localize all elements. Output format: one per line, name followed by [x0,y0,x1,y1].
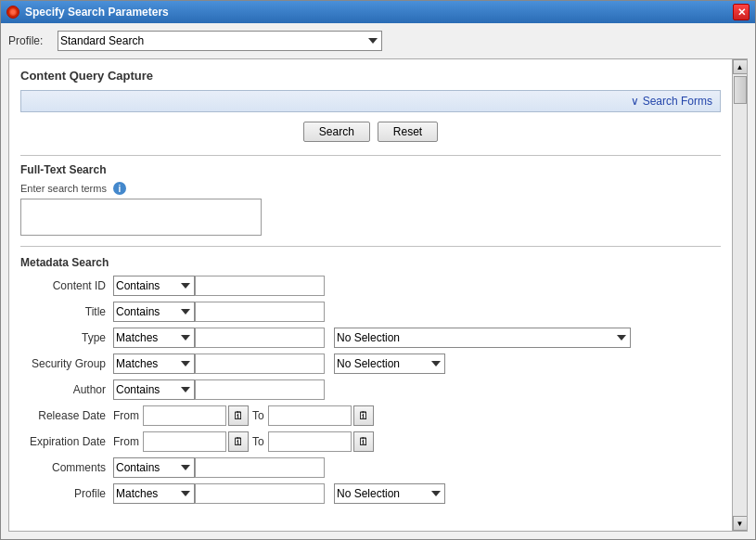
content-id-input[interactable] [195,276,325,296]
scrollbar-down[interactable]: ▼ [733,516,748,531]
meta-row-release-date: Release Date From 🗓 To 🗓 [20,405,721,427]
expiration-date-from-label: From [113,435,139,448]
window-body: Profile: Standard Search Advanced Search… [1,23,755,539]
search-button[interactable]: Search [303,122,370,142]
fulltext-input[interactable] [20,199,262,236]
search-forms-bar[interactable]: Search Forms [20,90,721,112]
scrollbar-up[interactable]: ▲ [733,59,748,74]
type-input[interactable] [195,328,325,348]
type-value-select[interactable]: No Selection [334,328,631,348]
metadata-label: Metadata Search [20,256,721,269]
expiration-date-from-input[interactable] [143,431,226,452]
meta-row-author: Author ContainsMatches [20,379,721,401]
title-input[interactable] [195,302,325,322]
profile-field-label: Profile [20,487,113,500]
release-date-from-label: From [113,409,139,422]
info-icon: i [113,182,126,195]
meta-row-security-group: Security Group MatchesContains No Select… [20,353,721,375]
window-title: Specify Search Parameters [25,6,169,19]
release-date-to-calendar[interactable]: 🗓 [353,405,374,426]
separator-2 [20,246,721,247]
fulltext-section: Full-Text Search Enter search terms i [20,163,721,238]
security-group-input[interactable] [195,354,325,374]
title-label: Title [20,305,113,318]
expiration-date-to-input[interactable] [268,431,352,452]
content-id-label: Content ID [20,279,113,292]
meta-row-expiration-date: Expiration Date From 🗓 To 🗓 [20,431,721,453]
search-forms-link[interactable]: Search Forms [631,95,712,108]
app-icon [6,6,19,19]
content-query-title: Content Query Capture [20,69,721,83]
type-label: Type [20,331,113,344]
content-area: Content Query Capture Search Forms Searc… [8,58,748,532]
release-date-from-input[interactable] [143,405,226,426]
meta-row-content-id: Content ID ContainsMatchesStarts With [20,275,721,297]
profile-field-input[interactable] [195,483,325,504]
release-date-to-label: To [252,409,264,422]
type-operator[interactable]: MatchesContains [113,328,195,348]
fulltext-label: Full-Text Search [20,163,721,176]
profile-field-value-select[interactable]: No Selection [334,483,445,504]
title-operator[interactable]: ContainsMatches [113,302,195,322]
reset-button[interactable]: Reset [378,122,438,142]
main-window: Specify Search Parameters ✕ Profile: Sta… [0,0,756,540]
profile-field-operator[interactable]: MatchesContains [113,483,195,504]
profile-row: Profile: Standard Search Advanced Search… [8,31,748,51]
expiration-date-from-calendar[interactable]: 🗓 [228,431,249,452]
author-input[interactable] [195,379,325,400]
meta-row-type: Type MatchesContains No Selection [20,327,721,349]
content-id-operator[interactable]: ContainsMatchesStarts With [113,276,195,296]
metadata-section: Metadata Search Content ID ContainsMatch… [20,256,721,505]
release-date-to-input[interactable] [268,405,352,426]
close-button[interactable]: ✕ [733,4,750,20]
separator-1 [20,155,721,156]
scroll-content: Content Query Capture Search Forms Searc… [9,59,732,531]
button-row: Search Reset [20,122,721,142]
security-group-label: Security Group [20,357,113,370]
meta-row-comments: Comments ContainsMatches [20,456,721,479]
meta-row-title: Title ContainsMatches [20,301,721,323]
title-bar: Specify Search Parameters ✕ [1,1,755,23]
comments-label: Comments [20,461,113,474]
expiration-date-to-calendar[interactable]: 🗓 [353,431,374,452]
fulltext-field-label: Enter search terms i [20,182,721,195]
expiration-date-label: Expiration Date [20,435,113,448]
profile-label: Profile: [8,34,50,47]
comments-input[interactable] [195,457,325,478]
author-label: Author [20,383,113,396]
meta-row-profile: Profile MatchesContains No Selection [20,482,721,505]
expiration-date-to-label: To [252,435,264,448]
security-group-operator[interactable]: MatchesContains [113,354,195,374]
author-operator[interactable]: ContainsMatches [113,379,195,400]
release-date-from-calendar[interactable]: 🗓 [228,405,249,426]
scrollbar-thumb[interactable] [734,76,747,104]
comments-operator[interactable]: ContainsMatches [113,457,195,478]
release-date-label: Release Date [20,409,113,422]
security-group-value-select[interactable]: No Selection [334,354,445,374]
profile-select[interactable]: Standard Search Advanced Search Custom S… [58,31,382,51]
scrollbar-track[interactable]: ▲ ▼ [732,59,747,531]
